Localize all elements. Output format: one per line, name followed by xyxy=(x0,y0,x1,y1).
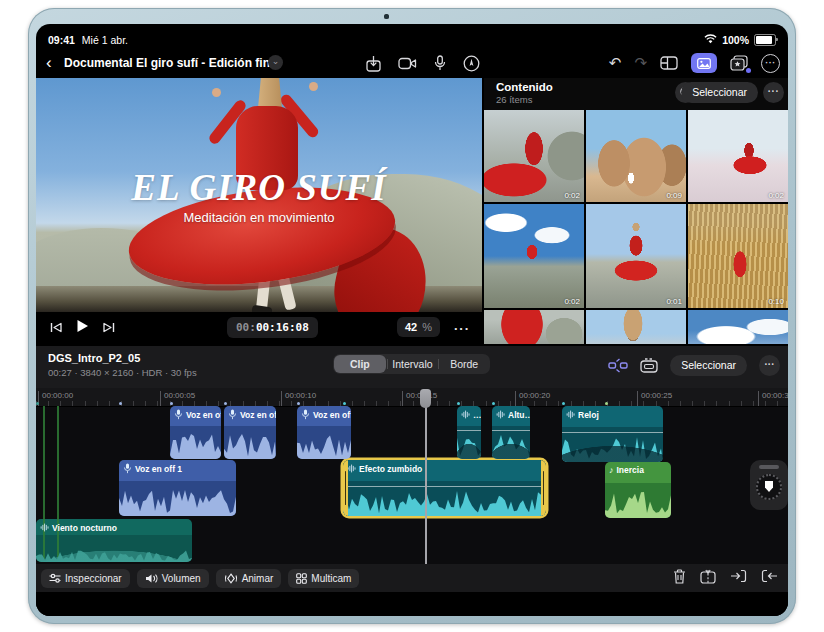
multicam-button[interactable]: Multicam xyxy=(288,569,359,588)
selection-mode-tabs: ClipIntervaloBorde xyxy=(333,354,490,374)
timeline-clip[interactable]: ♪Inercia xyxy=(605,462,671,518)
status-bar: 09:41 Mié 1 abr. 100% xyxy=(36,30,788,50)
clip-duration: 0:10 xyxy=(768,297,784,306)
clip-label: Reloj xyxy=(578,410,599,420)
media-thumbnail[interactable]: 0:10 xyxy=(688,204,788,308)
front-camera-icon xyxy=(384,14,389,19)
playhead-line xyxy=(425,390,427,564)
timeline-ruler[interactable]: 00:00:0000:00:0500:00:1000:00:1500:00:20… xyxy=(36,388,788,407)
notification-dot xyxy=(746,68,751,73)
delete-icon[interactable] xyxy=(673,569,686,588)
paste-timeline-icon[interactable] xyxy=(640,358,658,373)
back-icon[interactable]: ‹ xyxy=(46,51,52,75)
timeline-clip[interactable]: Voz en off 1 xyxy=(119,460,236,516)
wifi-icon xyxy=(704,34,717,46)
media-thumbnail[interactable]: 0:09 xyxy=(586,110,686,202)
viewer-more-icon[interactable]: ··· xyxy=(454,321,470,336)
insert-clip-icon[interactable] xyxy=(730,569,747,587)
clip-connections-icon[interactable] xyxy=(608,358,628,373)
tab-borde[interactable]: Borde xyxy=(438,355,490,373)
media-browser-icon[interactable] xyxy=(691,53,717,73)
pencil-tools-icon[interactable] xyxy=(463,55,480,72)
clip-start-marker xyxy=(605,402,608,405)
timeline-clip[interactable]: Voz en off 2 xyxy=(224,406,276,459)
timeline-project-meta: 00:27 · 3840 × 2160 · HDR · 30 fps xyxy=(48,367,197,378)
record-voiceover-icon[interactable] xyxy=(434,55,446,71)
skip-forward-icon[interactable] xyxy=(103,319,115,337)
dervish-hand xyxy=(212,88,221,97)
media-thumbnail[interactable]: 0:01 xyxy=(586,204,686,308)
ruler-label: 00:00:00 xyxy=(38,391,73,406)
redo-icon[interactable]: ↷ xyxy=(634,54,647,72)
media-thumbnail[interactable] xyxy=(586,310,686,344)
ruler-label: 00:00:05 xyxy=(160,391,195,406)
project-title: Documental El giro sufí - Edición final xyxy=(64,56,280,70)
title-overlay: EL GIRO SUFÍ xyxy=(36,166,482,209)
dervish-hand xyxy=(309,82,318,91)
clip-label: Voz en off 2 xyxy=(186,410,221,420)
play-icon[interactable] xyxy=(76,319,89,337)
timeline-more-icon[interactable]: ··· xyxy=(759,355,780,376)
media-thumbnail[interactable]: 0:02 xyxy=(484,110,584,202)
clip-duration: 0:01 xyxy=(666,297,682,306)
undo-icon[interactable]: ↶ xyxy=(609,54,622,72)
clip-start-marker xyxy=(457,402,460,405)
jog-wheel[interactable] xyxy=(750,460,788,510)
skip-back-icon[interactable] xyxy=(50,319,62,337)
clip-start-marker xyxy=(297,402,300,405)
media-thumbnail[interactable] xyxy=(484,310,584,344)
panel-title: Contenido xyxy=(496,81,553,93)
timeline-select-button[interactable]: Seleccionar xyxy=(670,355,747,376)
timeline-clip[interactable]: Voz en off 2 xyxy=(170,406,221,459)
content-panel: Contenido 26 ítems Seleccionar ··· 0:020… xyxy=(484,78,788,344)
subtitle-overlay: Meditación en movimiento xyxy=(36,210,482,225)
clip-start-marker xyxy=(224,402,227,405)
timeline-clip[interactable]: Altu… xyxy=(492,406,530,459)
clip-label: Voz en off 1 xyxy=(135,464,182,474)
more-options-icon[interactable]: ··· xyxy=(761,54,780,73)
export-icon[interactable] xyxy=(366,55,381,72)
clip-duration: 0:02 xyxy=(768,191,784,200)
clip-label: Inercia xyxy=(617,465,644,475)
playhead-handle[interactable] xyxy=(420,389,431,408)
tab-intervalo[interactable]: Intervalo xyxy=(387,355,439,373)
zoom-level[interactable]: 42% xyxy=(397,317,440,337)
panel-more-icon[interactable]: ··· xyxy=(763,82,784,103)
content-panel-header: Contenido 26 ítems Seleccionar ··· xyxy=(484,78,788,108)
title-chevron-down-icon[interactable]: ⌄ xyxy=(268,55,283,70)
device-frame: 09:41 Mié 1 abr. 100% ‹ Documental El gi… xyxy=(28,8,796,624)
volume-button[interactable]: Volumen xyxy=(137,569,209,588)
viewer-video-frame[interactable]: EL GIRO SUFÍ Meditación en movimiento xyxy=(36,78,482,312)
media-thumbnail[interactable]: 0:02 xyxy=(484,204,584,308)
transport-controls: 00:00:16:08 42% ··· xyxy=(36,312,482,344)
record-video-icon[interactable] xyxy=(398,57,417,70)
overwrite-clip-icon[interactable] xyxy=(761,569,778,587)
timeline-empty-strip xyxy=(36,592,788,616)
media-thumbnail[interactable] xyxy=(688,310,788,344)
inspect-button[interactable]: Inspeccionar xyxy=(41,569,130,588)
timeline-clip[interactable]: Efecto zumbido xyxy=(343,460,546,516)
select-button[interactable]: Seleccionar xyxy=(681,82,758,103)
tab-clip[interactable]: Clip xyxy=(334,355,386,373)
timeline-clip[interactable]: Voz en off 3 xyxy=(297,406,351,459)
viewer: EL GIRO SUFÍ Meditación en movimiento 00… xyxy=(36,78,482,344)
clip-start-marker xyxy=(492,402,495,405)
clip-label: … xyxy=(473,410,481,420)
battery-percent: 100% xyxy=(722,34,749,46)
ruler-label: 00:00:30 xyxy=(758,391,788,406)
trim-handle-left xyxy=(343,460,348,516)
animate-button[interactable]: Animar xyxy=(216,569,282,588)
status-time: 09:41 xyxy=(48,34,75,46)
browser-layout-icon[interactable] xyxy=(660,56,678,70)
clip-start-marker xyxy=(170,402,173,405)
timecode-display[interactable]: 00:00:16:08 xyxy=(227,317,318,338)
timeline-clip[interactable]: Viento nocturno xyxy=(36,519,192,562)
split-clip-icon[interactable] xyxy=(700,569,716,588)
paste-effects-icon[interactable] xyxy=(730,55,748,71)
timeline-project-name: DGS_Intro_P2_05 xyxy=(48,352,140,364)
timeline-clip[interactable]: Reloj xyxy=(562,406,663,462)
clip-duration: 0:02 xyxy=(564,191,580,200)
timeline-clip[interactable]: … xyxy=(457,406,481,459)
clip-label: Voz en off 2 xyxy=(240,410,276,420)
media-thumbnail[interactable]: 0:02 xyxy=(688,110,788,202)
